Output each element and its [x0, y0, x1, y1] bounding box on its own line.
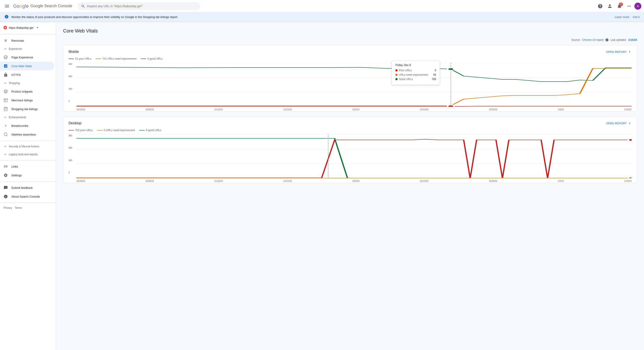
legacy-group-header[interactable]: Legacy tools and reports	[0, 150, 56, 158]
desktop-chart-svg	[76, 134, 632, 178]
desktop-x-label-2: 11/10/23	[214, 180, 223, 182]
mobile-chart-tooltip: Friday, Dec 8 Poor URLs 0 URLs need impr…	[392, 61, 440, 85]
desktop-x-label-6: 12/24/23	[489, 180, 497, 182]
sitelinks-icon	[4, 132, 8, 137]
mobile-chart-card: Mobile OPEN REPORT 31 poor URLs 721 URLs…	[63, 45, 637, 111]
x-label-8: 1/15/24	[624, 108, 632, 111]
svg-point-9	[448, 68, 454, 70]
last-updated-label: Last updated:	[610, 38, 626, 42]
tooltip-improvement-label: URLs need improvement	[399, 73, 428, 76]
info-banner: Monitor the status of your products and …	[0, 12, 644, 22]
enhancements-group-label: Enhancements	[9, 116, 26, 119]
main-content: Core Web Vitals Source: Chrome UX report…	[56, 23, 644, 194]
site-selector[interactable]: https://babystep.ge/	[0, 23, 56, 33]
got-it-button[interactable]: Got it	[633, 15, 640, 19]
banner-actions: Learn more Got it	[615, 15, 640, 19]
source-link[interactable]: Chrome UX report	[582, 38, 604, 42]
shopping-group-header[interactable]: Shopping	[0, 79, 56, 87]
sidebar-item-breadcrumbs[interactable]: Breadcrumbs	[0, 121, 54, 130]
product-snippets-label: Product snippets	[12, 90, 33, 93]
desktop-legend-good: 0 good URLs	[146, 129, 161, 132]
search-input[interactable]	[87, 5, 197, 8]
x-label-3: 11/21/23	[283, 108, 292, 111]
desktop-x-label-7: 1/4/24	[558, 180, 564, 182]
sitelinks-label: Sitelinks searchbox	[12, 133, 36, 136]
account-button[interactable]	[606, 2, 614, 11]
sidebar-item-product-snippets[interactable]: Product snippets	[0, 87, 54, 96]
sidebar-item-https[interactable]: HTTPS	[0, 70, 54, 79]
desktop-x-label-5: 12/13/23	[420, 180, 428, 182]
sidebar-item-about[interactable]: About Search Console	[0, 192, 54, 194]
merchant-listings-icon	[4, 98, 8, 102]
breadcrumbs-icon	[4, 123, 8, 128]
sidebar-item-merchant-listings[interactable]: Merchant listings	[0, 96, 54, 105]
sidebar-item-page-experience[interactable]: Page Experience	[0, 53, 54, 62]
desktop-chart-area: 900 600 300 0	[68, 134, 632, 178]
sidebar-item-links[interactable]: Links	[0, 162, 54, 171]
notification-count: 62	[619, 3, 623, 6]
last-updated-value: 1/15/24	[628, 38, 637, 42]
site-favicon	[4, 26, 7, 29]
sidebar-divider-feedback	[0, 181, 56, 182]
settings-label: Settings	[12, 174, 22, 177]
sidebar-item-shopping-tab[interactable]: Shopping tab listings	[0, 105, 54, 113]
desktop-x-label-3: 11/21/23	[283, 180, 292, 182]
feedback-icon	[4, 186, 8, 190]
core-web-vitals-icon	[4, 64, 8, 68]
desktop-legend-poor: 752 poor URLs	[75, 129, 93, 132]
site-dropdown-icon	[35, 26, 40, 30]
page-experience-icon	[4, 55, 8, 59]
desktop-x-label-4: 12/2/23	[352, 180, 360, 182]
source-bar: Source: Chrome UX report Last updated: 1…	[63, 38, 637, 42]
sidebar-item-feedback[interactable]: Submit feedback	[0, 183, 54, 192]
removals-icon	[4, 38, 8, 43]
x-label-2: 11/10/23	[214, 108, 223, 111]
product-name: Google Search Console	[30, 4, 72, 8]
google-wordmark: Google	[13, 3, 29, 9]
info-icon	[4, 15, 9, 20]
shopping-group-label: Shopping	[9, 82, 20, 85]
mobile-legend-poor: 31 poor URLs	[75, 57, 91, 60]
feedback-label: Submit feedback	[12, 186, 33, 190]
sidebar-item-removals[interactable]: Removals	[0, 36, 54, 45]
sidebar-item-sitelinks[interactable]: Sitelinks searchbox	[0, 130, 54, 139]
layout: https://babystep.ge/ Removals Experience…	[0, 23, 644, 194]
shopping-tab-label: Shopping tab listings	[12, 107, 38, 111]
notifications-button[interactable]: 62	[615, 2, 624, 11]
svg-rect-1	[4, 99, 8, 102]
menu-button[interactable]	[3, 2, 12, 11]
learn-more-link[interactable]: Learn more	[615, 15, 629, 19]
sidebar-item-settings[interactable]: Settings	[0, 171, 54, 180]
desktop-chart-title: Desktop	[68, 121, 82, 125]
x-label-7: 1/4/24	[558, 108, 564, 111]
legacy-label: Legacy tools and reports	[9, 153, 38, 156]
tooltip-improvement-val: 55	[433, 73, 436, 76]
links-icon	[4, 164, 8, 169]
sidebar: https://babystep.ge/ Removals Experience…	[0, 23, 56, 194]
site-url: https://babystep.ge/	[9, 26, 34, 29]
product-snippets-icon	[4, 89, 8, 94]
desktop-open-report[interactable]: OPEN REPORT	[606, 121, 632, 125]
desktop-x-label-8: 1/15/24	[624, 180, 632, 182]
desktop-x-label-1: 10/30/23	[146, 180, 154, 182]
tooltip-poor-label: Poor URLs	[399, 69, 412, 72]
search-icon	[81, 4, 85, 8]
settings-icon	[4, 173, 8, 178]
breadcrumbs-label: Breadcrumbs	[12, 124, 28, 127]
sidebar-divider-top	[0, 34, 56, 35]
x-label-1: 10/30/23	[146, 108, 154, 111]
mobile-open-report[interactable]: OPEN REPORT	[606, 50, 632, 54]
logo[interactable]: Google Google Search Console	[13, 3, 72, 9]
avatar[interactable]: A	[634, 3, 641, 10]
security-group-header[interactable]: Security & Manual Actions	[0, 142, 56, 150]
enhancements-group-header[interactable]: Enhancements	[0, 113, 56, 121]
help-button[interactable]	[596, 2, 604, 11]
https-icon	[4, 73, 8, 77]
tooltip-poor-val: 0	[435, 69, 436, 72]
sidebar-item-core-web-vitals[interactable]: Core Web Vitals	[0, 62, 54, 70]
https-label: HTTPS	[12, 73, 21, 77]
desktop-chart-legend: 752 poor URLs 0 URLs need improvement 0 …	[68, 129, 632, 132]
apps-button[interactable]	[625, 2, 634, 11]
tooltip-good-val: 700	[432, 78, 436, 81]
experience-group-header[interactable]: Experience	[0, 45, 56, 53]
